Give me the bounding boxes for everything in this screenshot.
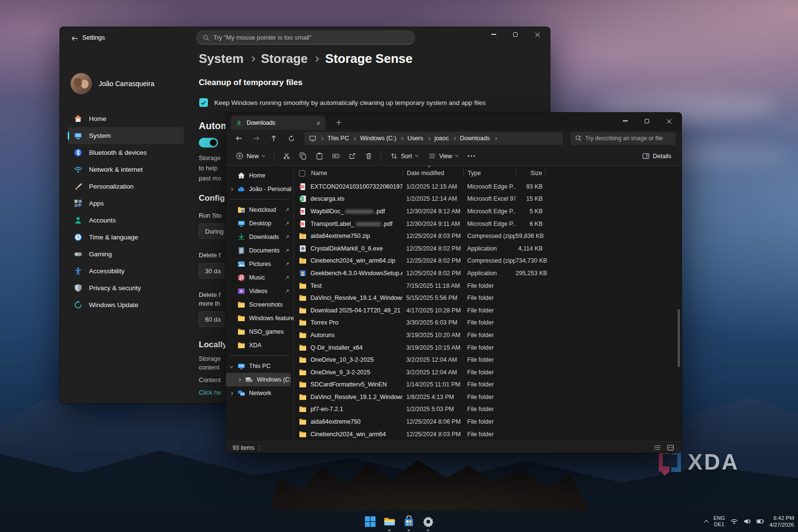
column-size[interactable]: Size — [516, 169, 546, 177]
user-profile[interactable]: João Carrasqueira — [71, 73, 154, 94]
breadcrumb-item[interactable]: This PC — [327, 135, 355, 142]
file-row[interactable]: Q-Dir_Installer_x64 3/19/2025 10:15 AM F… — [294, 341, 681, 354]
delete-button[interactable] — [361, 149, 376, 163]
expand-chevron-icon[interactable] — [230, 187, 233, 191]
clock[interactable]: 6:42 PM 4/27/2026 — [769, 515, 794, 528]
rename-button[interactable] — [328, 149, 343, 163]
settings-nav-item[interactable]: Privacy & security — [68, 280, 184, 296]
address-breadcrumb-bar[interactable]: This PC Windows (C:) Users — [304, 132, 563, 145]
expand-chevron-icon[interactable] — [230, 364, 233, 368]
sidebar-item[interactable]: Music — [226, 271, 294, 284]
file-row[interactable]: WaybillDoc_.pdf 12/30/2024 9:12 AM Micro… — [294, 205, 681, 218]
volume-icon[interactable] — [743, 517, 751, 525]
file-row[interactable]: pf7-en-7.2.1 1/2/2025 5:03 PM File folde… — [294, 403, 681, 416]
more-options-button[interactable] — [464, 149, 479, 163]
sidebar-item[interactable]: XDA — [226, 339, 294, 352]
cut-button[interactable] — [279, 149, 294, 163]
checkbox-checked-icon[interactable] — [199, 98, 208, 107]
settings-nav-item[interactable]: Windows Update — [68, 296, 184, 313]
breadcrumb-item[interactable]: System — [199, 51, 254, 66]
sidebar-item[interactable]: Documents — [226, 244, 294, 257]
breadcrumb-item[interactable]: Users — [407, 135, 430, 142]
settings-nav-item[interactable]: Accounts — [68, 212, 184, 229]
file-row[interactable]: CrystalDiskMark8_0_6.exe 12/25/2024 8:02… — [294, 242, 681, 255]
details-view-toggle-icon[interactable] — [653, 444, 662, 451]
sidebar-item[interactable]: Screenshots — [226, 298, 294, 311]
share-button[interactable] — [345, 149, 359, 163]
wifi-icon[interactable] — [730, 517, 738, 525]
sidebar-item[interactable]: João - Personal — [226, 182, 294, 196]
sidebar-item[interactable]: Network — [226, 386, 294, 400]
taskbar-microsoft-store[interactable] — [399, 511, 418, 532]
explorer-search-input[interactable] — [585, 135, 671, 142]
sort-button[interactable]: Sort — [386, 149, 422, 163]
sidebar-item[interactable]: Pictures — [226, 257, 294, 271]
settings-nav-item[interactable]: Gaming — [68, 246, 184, 263]
taskbar-file-explorer[interactable] — [380, 511, 399, 532]
column-type[interactable]: Type — [463, 169, 516, 177]
sidebar-item[interactable]: Nextcloud — [226, 203, 294, 217]
column-date-modified[interactable]: Date modified — [402, 169, 463, 177]
settings-nav-item[interactable]: System — [68, 127, 184, 144]
taskbar-settings[interactable] — [418, 511, 438, 532]
file-row[interactable]: Geekbench-6.3.0-WindowsSetup.exe 12/25/2… — [294, 267, 681, 280]
file-row[interactable]: EXTCON2024103100732206019758920... 1/2/2… — [294, 180, 681, 193]
file-row[interactable]: OneDrive_9_3-2-2025 3/2/2025 12:04 AM Fi… — [294, 366, 681, 379]
file-row[interactable]: Cinebench2024_win_arm64.zip 12/25/2024 8… — [294, 255, 681, 267]
settings-nav-item[interactable]: Time & language — [68, 229, 184, 246]
refresh-button[interactable] — [284, 132, 298, 145]
file-row[interactable]: descarga.xls 1/2/2025 12:14 AM Microsoft… — [294, 193, 681, 206]
settings-nav-item[interactable]: Bluetooth & devices — [68, 144, 184, 161]
file-row[interactable]: DaVinci_Resolve_19.1.4_Windows_AR... 5/1… — [294, 292, 681, 304]
back-button[interactable] — [232, 132, 246, 145]
file-row[interactable]: Download 2025-04-17T20_49_21 4/17/2025 1… — [294, 304, 681, 317]
breadcrumb-item[interactable]: joaoc — [434, 135, 456, 142]
expand-chevron-icon[interactable] — [230, 391, 233, 395]
select-all-checkbox[interactable] — [299, 170, 305, 177]
copy-button[interactable] — [296, 149, 310, 163]
sidebar-item[interactable] — [230, 355, 290, 356]
sidebar-item[interactable]: Downloads — [226, 230, 294, 244]
settings-nav-item[interactable]: Apps — [68, 195, 184, 212]
file-row[interactable]: SDCardFormatterv5_WinEN 1/14/2025 11:01 … — [294, 379, 681, 391]
breadcrumb-item[interactable]: Storage — [261, 51, 319, 66]
breadcrumb-item[interactable]: Storage Sense — [325, 51, 413, 66]
file-row[interactable]: Torrex Pro 3/30/2025 6:03 PM File folder — [294, 317, 681, 329]
expand-chevron-icon[interactable] — [237, 378, 241, 381]
sidebar-item[interactable]: Desktop — [226, 217, 294, 230]
file-row[interactable]: TransportLabel_.pdf 12/30/2024 9:11 AM M… — [294, 218, 681, 230]
details-pane-button[interactable]: Details — [638, 149, 676, 163]
cleanup-checkbox-row[interactable]: Keep Windows running smoothly by automat… — [199, 98, 486, 107]
sidebar-item[interactable] — [230, 199, 290, 200]
minimize-button[interactable] — [614, 114, 636, 128]
file-row[interactable]: aida64extreme750 12/25/2024 8:06 PM File… — [294, 415, 681, 428]
new-button[interactable]: New — [232, 149, 269, 163]
sidebar-item[interactable]: Videos — [226, 284, 294, 298]
scrollbar-thumb[interactable] — [678, 309, 680, 367]
sidebar-item[interactable]: Windows features c — [226, 311, 294, 325]
back-button[interactable] — [68, 33, 81, 44]
file-row[interactable]: Autoruns 3/19/2025 10:20 AM File folder — [294, 329, 681, 341]
maximize-button[interactable] — [636, 114, 658, 128]
sidebar-item[interactable]: Home — [226, 169, 294, 182]
settings-nav-item[interactable]: Network & internet — [68, 161, 184, 178]
language-indicator[interactable]: ENG DE1 — [713, 515, 725, 528]
column-name[interactable]: Name — [311, 170, 327, 177]
settings-nav-item[interactable]: Personalization — [68, 178, 184, 195]
settings-nav-item[interactable]: Home — [68, 110, 184, 127]
close-button[interactable] — [658, 114, 680, 128]
breadcrumb-item[interactable]: Downloads — [460, 135, 497, 142]
start-button[interactable] — [360, 511, 380, 532]
file-row[interactable]: Test 7/15/2025 11:18 AM File folder — [294, 280, 681, 292]
sidebar-item[interactable]: NSO_games — [226, 325, 294, 339]
explorer-search-box[interactable] — [571, 132, 676, 145]
up-button[interactable] — [266, 132, 281, 145]
sidebar-item[interactable]: Windows (C:) — [226, 373, 291, 386]
file-row[interactable]: Cinebench2024_win_arm64 12/25/2024 8:03 … — [294, 428, 681, 441]
settings-nav-item[interactable]: Accessibility — [68, 263, 184, 280]
file-row[interactable]: aida64extreme750.zip 12/25/2024 8:03 PM … — [294, 230, 681, 242]
forward-button[interactable] — [249, 132, 264, 145]
new-tab-button[interactable] — [333, 117, 344, 128]
view-button[interactable]: View — [424, 149, 462, 163]
paste-button[interactable] — [312, 149, 326, 163]
